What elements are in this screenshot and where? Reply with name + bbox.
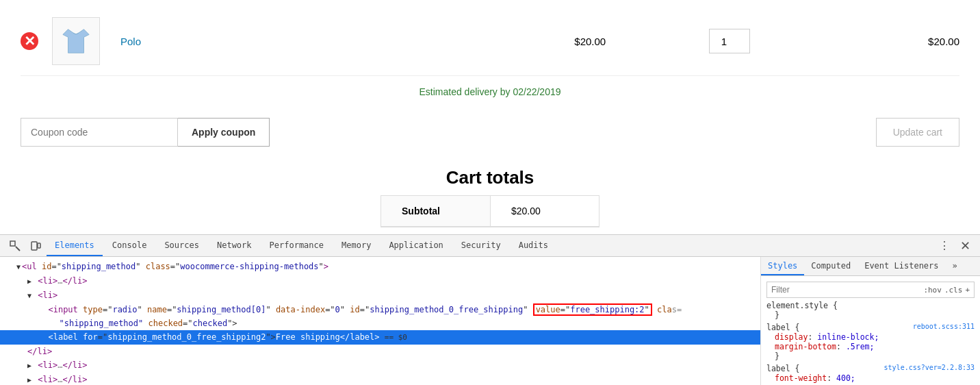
inspect-element-icon[interactable] — [5, 236, 25, 249]
coupon-row: Apply coupon Update cart — [21, 111, 959, 160]
subtotal-value: $20.00 — [491, 196, 561, 226]
tab-memory[interactable]: Memory — [333, 235, 379, 248]
product-name[interactable]: Polo — [120, 36, 485, 47]
totals-table: Subtotal $20.00 — [381, 195, 599, 227]
svg-rect-3 — [38, 243, 40, 248]
cart-totals-section: Cart totals Subtotal $20.00 — [21, 160, 959, 241]
tab-performance[interactable]: Performance — [261, 235, 332, 248]
subtotal-row: Subtotal $20.00 — [381, 196, 599, 227]
update-cart-button[interactable]: Update cart — [876, 118, 959, 147]
product-thumbnail — [60, 25, 92, 57]
tab-network[interactable]: Network — [209, 235, 260, 248]
subtotal-label: Subtotal — [381, 196, 491, 226]
product-total: $20.00 — [777, 36, 960, 47]
apply-coupon-button[interactable]: Apply coupon — [178, 118, 270, 147]
svg-line-1 — [16, 247, 20, 249]
coupon-form: Apply coupon — [21, 118, 270, 147]
tab-audits[interactable]: Audits — [511, 235, 556, 248]
cart-item-row: ✕ Polo $20.00 $20.00 — [21, 7, 959, 76]
delivery-estimate: Estimated delivery by 02/22/2019 — [21, 86, 959, 97]
cart-section: ✕ Polo $20.00 $20.00 Estimated delivery … — [0, 0, 980, 248]
tab-elements[interactable]: Elements — [47, 235, 103, 248]
svg-rect-2 — [31, 242, 37, 249]
tab-sources[interactable]: Sources — [156, 235, 207, 248]
device-toolbar-icon[interactable] — [26, 236, 45, 249]
more-tabs-button[interactable]: ⋮ — [935, 236, 954, 249]
tab-application[interactable]: Application — [381, 235, 451, 248]
devtools-panel: Elements Console Sources Network Perform… — [0, 234, 980, 248]
coupon-input[interactable] — [21, 118, 178, 147]
tab-security[interactable]: Security — [453, 235, 509, 248]
devtools-tab-bar: Elements Console Sources Network Perform… — [0, 235, 980, 248]
tab-console[interactable]: Console — [104, 235, 155, 248]
remove-item-button[interactable]: ✕ — [21, 32, 38, 50]
product-image — [52, 17, 100, 65]
quantity-input[interactable] — [709, 29, 750, 53]
svg-rect-0 — [10, 241, 15, 246]
cart-totals-title: Cart totals — [21, 167, 959, 188]
close-devtools-button[interactable]: ✕ — [955, 236, 975, 249]
product-price: $20.00 — [499, 36, 682, 47]
